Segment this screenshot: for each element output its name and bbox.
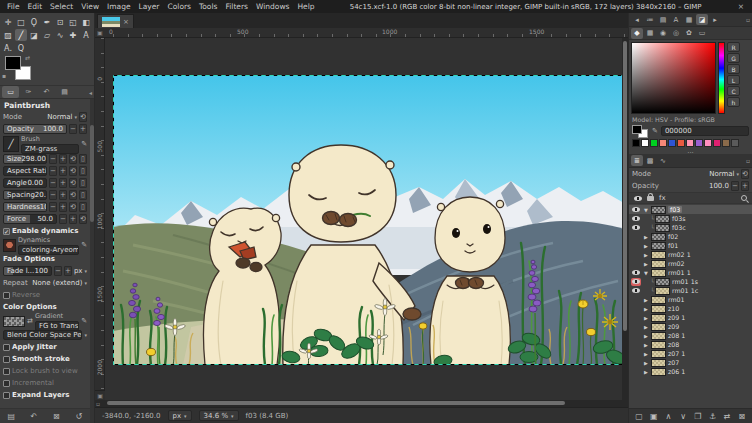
hex-color-field[interactable]: 000000 <box>661 126 749 136</box>
layer-row[interactable]: ▶rm01 <box>629 295 752 304</box>
gradient-reverse-icon[interactable]: ⇄ <box>27 317 33 325</box>
force-reset-icon[interactable]: ⟲ <box>79 214 87 224</box>
menu-view[interactable]: View <box>77 2 103 11</box>
vertical-scrollbar[interactable] <box>622 38 628 400</box>
tab-paths[interactable]: ∿ <box>657 155 669 166</box>
layer-name[interactable]: rm02 <box>668 260 685 267</box>
dock-menu-icon[interactable]: ◂ <box>89 89 92 96</box>
layer-mode-switch-icon[interactable]: ⟲ <box>741 169 749 179</box>
dock-scroll-right-icon[interactable]: ▸ <box>709 14 721 25</box>
expand-icon[interactable]: ▶ <box>642 324 650 330</box>
layer-row[interactable]: ▶z07 <box>629 358 752 367</box>
lock-icon[interactable] <box>647 196 654 201</box>
horizontal-scrollbar[interactable]: ▫ <box>95 400 628 407</box>
spacing-link-icon[interactable]: ▯ <box>79 190 87 200</box>
dock-tab-palettes[interactable]: ▦ <box>683 14 695 25</box>
layer-opacity-value[interactable]: 100.0 <box>709 182 729 190</box>
force-decrement-button[interactable]: − <box>59 214 67 224</box>
history-swatch[interactable] <box>641 139 649 147</box>
eraser-tool[interactable]: ◪ <box>28 29 40 41</box>
history-swatch[interactable] <box>731 139 739 147</box>
text-tool[interactable]: A <box>80 29 92 41</box>
layer-name[interactable]: rm01 1 <box>668 269 691 276</box>
layer-name[interactable]: z07 <box>668 359 679 366</box>
size-increment-button[interactable]: + <box>59 154 67 164</box>
tab-images[interactable]: ▤ <box>56 86 73 98</box>
search-icon[interactable] <box>741 195 747 201</box>
repeat-select[interactable]: None (extend) <box>32 279 82 287</box>
navigation-icon[interactable]: ▫ <box>96 400 100 407</box>
layer-name[interactable]: z06 1 <box>668 368 685 375</box>
blend-space-select[interactable]: Blend Color Space Perce... <box>3 330 82 340</box>
expand-icon[interactable]: ▶ <box>642 351 650 357</box>
layer-name[interactable]: z07 1 <box>668 350 685 357</box>
layer-row[interactable]: ▶z09 1 <box>629 313 752 322</box>
layer-row[interactable]: ▼f03 <box>629 205 752 214</box>
size-decrement-button[interactable]: − <box>49 154 57 164</box>
restore-preset-button[interactable]: ↶ <box>27 412 41 421</box>
heal-tool[interactable]: ✚ <box>67 29 79 41</box>
duplicate-layer-button[interactable]: ❐ <box>692 410 704 422</box>
menu-select[interactable]: Select <box>46 2 77 11</box>
layer-row[interactable]: ▶f02 <box>629 232 752 241</box>
unit-select[interactable]: px ▾ <box>168 410 192 421</box>
brush-edit-icon[interactable]: ✎ <box>81 140 87 148</box>
channel-g-button[interactable]: G <box>727 53 740 63</box>
layer-row[interactable]: └rm01 1s <box>629 277 752 286</box>
expand-icon[interactable]: ▶ <box>642 369 650 375</box>
menu-file[interactable]: File <box>3 2 24 11</box>
expand-icon[interactable]: ▶ <box>642 315 650 321</box>
aspect-ratio-slider[interactable]: Aspect Ratio 0.00 <box>3 166 47 176</box>
layer-row[interactable]: ▶z09 <box>629 322 752 331</box>
expand-icon[interactable]: ▼ <box>642 270 650 276</box>
delete-layer-button[interactable]: ⊠ <box>736 410 748 422</box>
rectangle-select-tool[interactable]: □ <box>15 16 27 28</box>
swap-colors-icon[interactable]: ⇄ <box>25 54 30 61</box>
spacing-slider[interactable]: Spacing 20.0 <box>3 190 47 200</box>
window-close-icon[interactable]: × <box>733 2 749 11</box>
force-increment-button[interactable]: + <box>69 214 77 224</box>
tab-palette-grid[interactable]: ▦ <box>644 28 656 39</box>
new-layer-button[interactable]: ▢ <box>633 410 645 422</box>
layer-name[interactable]: rm01 <box>668 296 685 303</box>
brush-name-field[interactable]: ZM-grass <box>21 144 79 154</box>
tab-tool-options[interactable]: ▭ <box>2 86 19 98</box>
aspect-increment-button[interactable]: + <box>59 166 67 176</box>
new-group-button[interactable]: ▣ <box>648 410 660 422</box>
fade-unit-select[interactable]: px <box>74 267 83 275</box>
color-edit-icon[interactable]: ✎ <box>652 127 658 135</box>
hardness-slider[interactable]: Hardness 100.0 <box>3 202 47 212</box>
channel-b-button[interactable]: B <box>727 64 740 74</box>
history-swatch[interactable] <box>650 139 658 147</box>
menu-layer[interactable]: Layer <box>135 2 164 11</box>
angle-reset-icon[interactable]: ⟲ <box>69 178 77 188</box>
tab-color-dialog[interactable]: ▭ <box>696 28 708 39</box>
expand-icon[interactable]: ▶ <box>642 306 650 312</box>
bucket-fill-tool[interactable]: ◧ <box>80 16 92 28</box>
menu-edit[interactable]: Edit <box>24 2 47 11</box>
history-swatch[interactable] <box>659 139 667 147</box>
layer-row[interactable]: ▶z10 <box>629 304 752 313</box>
effects-column-label[interactable]: fx <box>659 194 666 202</box>
angle-increment-button[interactable]: + <box>59 178 67 188</box>
quick-mask-toggle[interactable]: ▣ <box>95 390 105 400</box>
channel-l-button[interactable]: L <box>727 75 740 85</box>
history-swatch[interactable] <box>722 139 730 147</box>
paintbrush-tool[interactable]: ╱ <box>15 29 27 41</box>
clone-tool[interactable]: ▱ <box>41 29 53 41</box>
transform-tool[interactable]: ◱ <box>67 16 79 28</box>
hardness-link-icon[interactable]: ▯ <box>79 202 87 212</box>
menu-colors[interactable]: Colors <box>163 2 195 11</box>
layer-row[interactable]: ▼rm01 1 <box>629 268 752 277</box>
opacity-decrement-button[interactable]: − <box>69 124 77 134</box>
visibility-column-icon[interactable] <box>634 196 642 201</box>
tab-fg-bg-color[interactable]: ◆ <box>631 28 643 39</box>
layer-name[interactable]: z09 <box>668 323 679 330</box>
horizontal-ruler[interactable]: ▣ 0 500 1000 1500 <box>95 28 628 38</box>
angle-decrement-button[interactable]: − <box>49 178 57 188</box>
gradient-thumbnail[interactable] <box>3 316 25 327</box>
layer-row[interactable]: ▶f01 <box>629 241 752 250</box>
tool-options-scrollbar[interactable] <box>90 99 94 423</box>
delete-preset-button[interactable]: ⊠ <box>49 412 63 421</box>
layer-row[interactable]: ▶rm02 1 <box>629 250 752 259</box>
